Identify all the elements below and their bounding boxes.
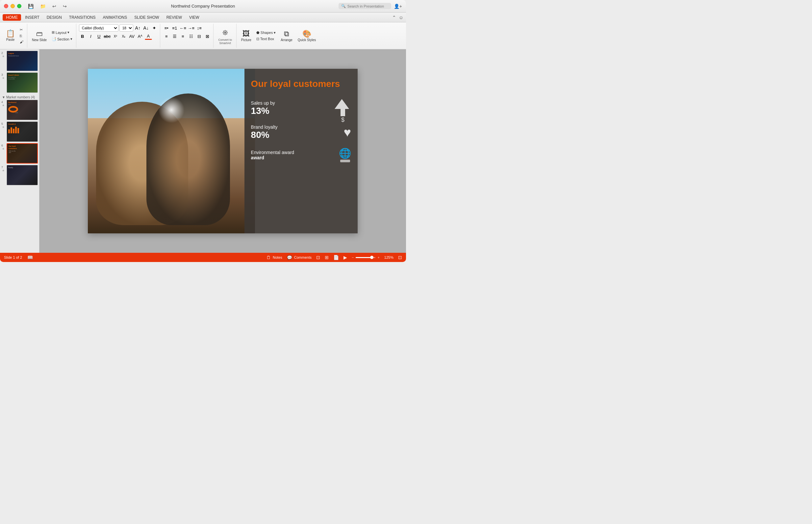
font-color-button[interactable]: A bbox=[145, 33, 152, 40]
user-icon[interactable]: 👤+ bbox=[394, 4, 402, 9]
slide-item-5[interactable]: 5 ★ Growth & bbox=[1, 121, 38, 142]
menu-review[interactable]: REVIEW bbox=[163, 14, 185, 21]
picture-button[interactable]: 🖼 Picture bbox=[239, 29, 253, 43]
help-icon[interactable]: ☺ bbox=[399, 15, 403, 20]
text-shadow-button[interactable]: Aᴬ bbox=[137, 33, 144, 40]
slide-thumb-4[interactable]: Northwind 26% 21% bbox=[6, 100, 38, 120]
layout-icon: ⊞ bbox=[52, 30, 55, 35]
slide-item-2[interactable]: 2 ★ Lagos Sustainable future bbox=[1, 51, 38, 71]
menu-transitions[interactable]: TRANSITIONS bbox=[66, 14, 99, 21]
zoom-thumb[interactable] bbox=[370, 256, 373, 259]
zoom-percentage: 125% bbox=[384, 256, 393, 259]
arrange-button[interactable]: ⧉ Arrange bbox=[279, 29, 294, 43]
slide-thumb-2[interactable]: Lagos Sustainable future bbox=[6, 51, 38, 71]
font-shrink-button[interactable]: A↓ bbox=[142, 24, 150, 32]
statusbar-right: 🗒 Notes 💬 Comments ⊡ ⊞ 📄 ▶ − + 125% ⊡ bbox=[267, 255, 402, 260]
minimize-button[interactable] bbox=[11, 4, 15, 8]
drawing-controls: ⎈ Convert to SmartArt bbox=[216, 24, 234, 47]
arrow-triangle bbox=[335, 99, 349, 109]
fit-slide-icon[interactable]: ⊡ bbox=[398, 255, 402, 260]
slide-sorter-icon[interactable]: ⊞ bbox=[325, 255, 329, 260]
close-button[interactable] bbox=[4, 4, 8, 8]
copy-icon: ⎘ bbox=[20, 34, 22, 38]
slide-item-4[interactable]: 4 ★ Northwind 26% 21% bbox=[1, 100, 38, 120]
slide-canvas[interactable]: Our loyal customers Sales up by 13% $ bbox=[88, 69, 358, 233]
font-size-select[interactable]: 18 bbox=[119, 24, 133, 32]
copy-button[interactable]: ⎘ bbox=[18, 33, 25, 38]
slide-thumb-7[interactable]: Family bbox=[6, 165, 38, 185]
decrease-indent-button[interactable]: ←≡ bbox=[179, 24, 187, 32]
stat-loyalty-label: Brand loyalty bbox=[251, 125, 278, 130]
underline-button[interactable]: U bbox=[96, 33, 103, 40]
new-slide-button[interactable]: 🗃 New Slide bbox=[30, 29, 49, 43]
maximize-button[interactable] bbox=[17, 4, 21, 8]
paste-button[interactable]: 📋 Paste bbox=[4, 29, 17, 43]
zoom-out-icon[interactable]: − bbox=[352, 256, 354, 259]
slide-item-3[interactable]: 3 ★ brand Culture Innovative &responsibl… bbox=[1, 72, 38, 93]
bold-button[interactable]: B bbox=[79, 33, 86, 40]
section-button[interactable]: 📑 Section ▾ bbox=[50, 36, 74, 42]
clear-format-button[interactable]: ✦ bbox=[151, 24, 158, 32]
char-spacing-button[interactable]: AV bbox=[128, 33, 136, 40]
layout-button[interactable]: ⊞ Layout ▾ bbox=[50, 30, 74, 35]
stat-sales-value: 13% bbox=[251, 106, 275, 116]
slide-item-6[interactable]: 6 ★ Our loyalcustomers Sales up by13% bbox=[1, 143, 38, 164]
book-icon[interactable]: 📖 bbox=[27, 255, 33, 260]
slide-thumb-6[interactable]: Our loyalcustomers Sales up by13% bbox=[6, 143, 38, 164]
increase-indent-button[interactable]: →≡ bbox=[188, 24, 195, 32]
slide-star-2: ★ bbox=[2, 55, 5, 58]
menu-design[interactable]: DESIGN bbox=[44, 14, 65, 21]
subscript-button[interactable]: X₂ bbox=[120, 33, 127, 40]
numbering-button[interactable]: ≡1 bbox=[171, 24, 178, 32]
quick-styles-button[interactable]: 🎨 Quick Styles bbox=[296, 29, 318, 43]
search-box[interactable]: 🔍 bbox=[339, 3, 391, 9]
justify-button[interactable]: ☷ bbox=[188, 33, 195, 40]
sales-arrow-wrapper: $ bbox=[335, 99, 351, 117]
menu-home[interactable]: HOME bbox=[3, 14, 21, 21]
thumb-2-content: Lagos Sustainable future bbox=[7, 51, 37, 58]
menu-animations[interactable]: ANIMATIONS bbox=[99, 14, 130, 21]
shapes-button[interactable]: ⬟ Shapes ▾ bbox=[255, 30, 277, 35]
align-center-button[interactable]: ☰ bbox=[171, 33, 178, 40]
comments-button[interactable]: 💬 Comments bbox=[287, 255, 311, 260]
font-grow-button[interactable]: A↑ bbox=[134, 24, 141, 32]
zoom-in-icon[interactable]: + bbox=[377, 256, 379, 259]
align-right-button[interactable]: ≡ bbox=[179, 33, 187, 40]
presenter-view-icon[interactable]: ▶ bbox=[343, 255, 347, 260]
cut-button[interactable]: ✂ bbox=[18, 27, 25, 33]
reading-view-icon[interactable]: 📄 bbox=[333, 255, 339, 260]
line-spacing-button[interactable]: ↕≡ bbox=[196, 24, 203, 32]
superscript-button[interactable]: X² bbox=[112, 33, 119, 40]
text-box-button[interactable]: ⊡ Text Box bbox=[255, 36, 277, 42]
italic-button[interactable]: I bbox=[87, 33, 95, 40]
format-painter-icon: 🖌 bbox=[20, 40, 23, 44]
thumb-7-content: Family bbox=[7, 165, 37, 170]
slide-thumb-5[interactable]: Growth & bbox=[6, 121, 38, 142]
format-painter-button[interactable]: 🖌 bbox=[18, 39, 25, 45]
normal-view-icon[interactable]: ⊡ bbox=[316, 255, 320, 260]
arrange-icon: ⧉ bbox=[284, 30, 289, 38]
collapse-ribbon-icon[interactable]: ⌃ bbox=[392, 15, 396, 20]
notes-icon: 🗒 bbox=[267, 255, 271, 260]
notes-button[interactable]: 🗒 Notes bbox=[267, 255, 282, 260]
slide-item-7[interactable]: 7 ★ Family bbox=[1, 165, 38, 185]
font-family-select[interactable]: Calibri (Body) bbox=[79, 24, 118, 32]
text-direction-button[interactable]: ⊠ bbox=[204, 33, 211, 40]
save-icon[interactable]: 💾 bbox=[28, 4, 34, 9]
text-box-label: Text Box bbox=[260, 37, 274, 41]
menu-view[interactable]: VIEW bbox=[186, 14, 203, 21]
slide-canvas-area: Our loyal customers Sales up by 13% $ bbox=[39, 49, 406, 253]
search-input[interactable] bbox=[348, 4, 387, 8]
undo-icon[interactable]: ↩ bbox=[52, 4, 56, 9]
redo-icon[interactable]: ↪ bbox=[63, 4, 67, 9]
section-header-market[interactable]: ▼ Market numbers (4) bbox=[1, 94, 38, 100]
menu-slideshow[interactable]: SLIDE SHOW bbox=[131, 14, 162, 21]
strikethrough-button[interactable]: abc bbox=[104, 33, 111, 40]
slide-thumb-3[interactable]: brand Culture Innovative &responsible bbox=[6, 72, 38, 93]
paragraph-controls: ≡• ≡1 ←≡ →≡ ↕≡ ≡ ☰ ≡ ☷ ⊟ ⊠ bbox=[163, 24, 211, 40]
bullets-button[interactable]: ≡• bbox=[163, 24, 170, 32]
align-left-button[interactable]: ≡ bbox=[163, 33, 170, 40]
menu-insert[interactable]: INSERT bbox=[22, 14, 43, 21]
folder-icon[interactable]: 📁 bbox=[40, 4, 46, 9]
columns-button[interactable]: ⊟ bbox=[196, 33, 203, 40]
